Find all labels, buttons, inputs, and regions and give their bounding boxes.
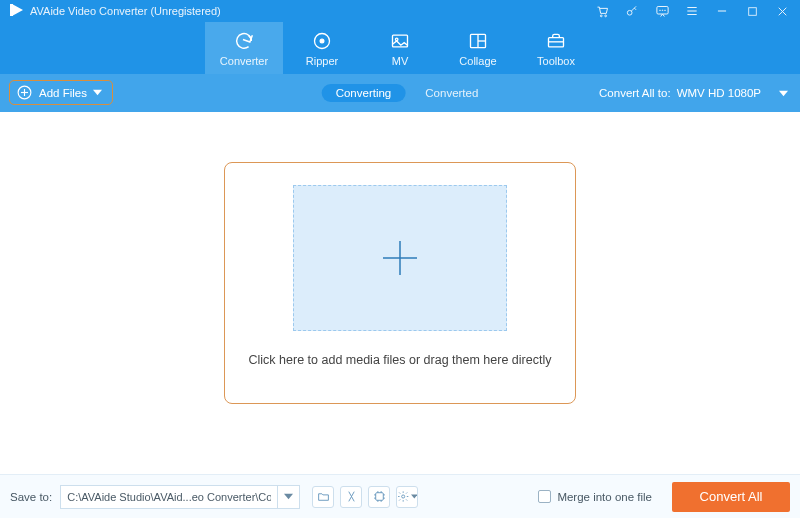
tab-converted[interactable]: Converted: [425, 87, 478, 99]
settings-button[interactable]: [396, 486, 418, 508]
nav-toolbox[interactable]: Toolbox: [517, 22, 595, 74]
save-to-label: Save to:: [10, 491, 52, 503]
plus-icon: [377, 235, 423, 281]
svg-marker-32: [284, 494, 293, 499]
svg-point-6: [659, 9, 660, 10]
nav-label: Converter: [220, 55, 268, 67]
output-format-value: WMV HD 1080P: [677, 87, 761, 99]
nav-ripper[interactable]: Ripper: [283, 22, 361, 74]
merge-label: Merge into one file: [557, 491, 652, 503]
tab-converting[interactable]: Converting: [322, 84, 406, 102]
chevron-down-icon: [93, 88, 102, 97]
nav-label: Collage: [459, 55, 496, 67]
checkbox-box: [538, 490, 551, 503]
menu-icon[interactable]: [684, 3, 700, 19]
dropzone-inner[interactable]: [293, 185, 507, 331]
convert-all-to-label: Convert All to:: [599, 87, 671, 99]
svg-marker-29: [779, 90, 788, 95]
mv-icon: [390, 30, 410, 52]
add-files-label: Add Files: [39, 87, 87, 99]
svg-point-17: [320, 39, 324, 43]
nav-converter[interactable]: Converter: [205, 22, 283, 74]
chevron-down-icon: [284, 492, 293, 501]
feedback-icon[interactable]: [654, 3, 670, 19]
main-nav: Converter Ripper MV Collage Toolbox: [0, 22, 800, 74]
chevron-down-icon: [779, 89, 788, 98]
titlebar: AVAide Video Converter (Unregistered): [0, 0, 800, 22]
svg-point-4: [627, 10, 632, 15]
minimize-icon[interactable]: [714, 3, 730, 19]
convert-all-button[interactable]: Convert All: [672, 482, 790, 512]
open-folder-button[interactable]: [312, 486, 334, 508]
ripper-icon: [312, 30, 332, 52]
converter-icon: [233, 30, 255, 52]
key-icon[interactable]: [624, 3, 640, 19]
app-logo-icon: [10, 3, 24, 19]
merge-checkbox[interactable]: Merge into one file: [538, 490, 652, 503]
compress-tool-button[interactable]: [340, 486, 362, 508]
save-path-dropdown[interactable]: [278, 485, 300, 509]
sub-nav: Add Files Converting Converted Convert A…: [0, 74, 800, 112]
svg-marker-0: [12, 4, 23, 16]
svg-rect-13: [748, 7, 756, 15]
add-files-button[interactable]: Add Files: [9, 80, 113, 105]
svg-point-8: [664, 9, 665, 10]
chevron-down-icon: [411, 493, 418, 500]
window-title: AVAide Video Converter (Unregistered): [30, 5, 221, 17]
plus-circle-icon: [16, 84, 33, 101]
svg-marker-35: [411, 495, 418, 499]
nav-label: MV: [392, 55, 409, 67]
toolbox-icon: [546, 30, 566, 52]
nav-mv[interactable]: MV: [361, 22, 439, 74]
main-pane: Click here to add media files or drag th…: [0, 112, 800, 454]
nav-label: Ripper: [306, 55, 338, 67]
save-path-input[interactable]: [60, 485, 278, 509]
maximize-icon[interactable]: [744, 3, 760, 19]
svg-marker-28: [93, 90, 102, 95]
nav-collage[interactable]: Collage: [439, 22, 517, 74]
gpu-accel-button[interactable]: [368, 486, 390, 508]
nav-label: Toolbox: [537, 55, 575, 67]
output-format-select[interactable]: WMV HD 1080P: [677, 87, 788, 99]
svg-point-7: [662, 9, 663, 10]
dropzone[interactable]: Click here to add media files or drag th…: [224, 162, 576, 404]
dropzone-text: Click here to add media files or drag th…: [249, 353, 552, 367]
footer-bar: Save to: Merge into one file Convert All: [0, 474, 800, 518]
svg-rect-33: [375, 493, 383, 501]
svg-rect-1: [10, 4, 13, 16]
svg-point-34: [402, 495, 405, 498]
svg-point-3: [604, 15, 606, 17]
cart-icon[interactable]: [594, 3, 610, 19]
collage-icon: [468, 30, 488, 52]
close-icon[interactable]: [774, 3, 790, 19]
svg-point-2: [600, 15, 602, 17]
